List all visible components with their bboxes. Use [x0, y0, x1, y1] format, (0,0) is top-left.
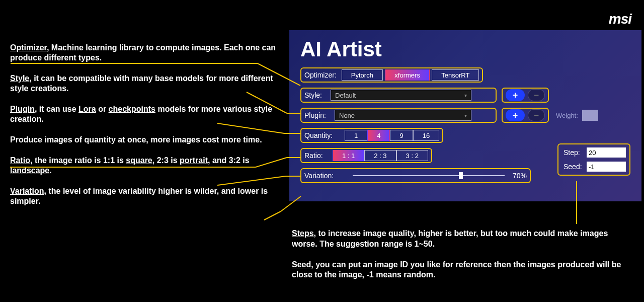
expl-variation: Variation, the level of image variabilit… [10, 186, 282, 206]
expl-ratio: Ratio, the image ratio is 1:1 is square,… [10, 156, 282, 176]
ratio-opt-1-1[interactable]: 1 : 1 [333, 150, 364, 161]
quantity-group: Quantity: 1 4 9 16 [300, 128, 443, 143]
step-seed-group: Step: Seed: [557, 143, 630, 176]
expl-style: Style, it can be compatible with many ba… [10, 73, 282, 94]
step-input[interactable] [587, 147, 626, 158]
seed-input[interactable] [587, 162, 626, 172]
brand-logo: msi [609, 11, 631, 27]
variation-slider[interactable] [353, 175, 505, 176]
style-select[interactable]: Default▾ [331, 90, 471, 101]
expl-quantity: Produce images of quantity at once, more… [10, 135, 282, 145]
explanations-bottom: Steps, to increase image quality, higher… [292, 229, 630, 290]
quantity-opt-1[interactable]: 1 [345, 130, 367, 141]
expl-seed: Seed, you can put an image ID you like f… [292, 260, 630, 281]
quantity-opt-4[interactable]: 4 [367, 130, 390, 141]
variation-group: Variation: 70% [300, 168, 531, 183]
ratio-label: Ratio: [304, 152, 328, 160]
optimizer-opt-pytorch[interactable]: Pytorch [342, 69, 383, 81]
ratio-group: Ratio: 1 : 1 2 : 3 3 : 2 [300, 148, 432, 163]
variation-label: Variation: [304, 172, 340, 180]
ratio-opt-3-2[interactable]: 3 : 2 [396, 150, 428, 161]
ratio-opt-2-3[interactable]: 2 : 3 [364, 150, 396, 161]
expl-optimizer: Optimizer, Machine learning library to c… [10, 43, 282, 63]
optimizer-label: Optimizer: [304, 71, 337, 79]
explanations-left: Optimizer, Machine learning library to c… [10, 43, 282, 217]
seed-label: Seed: [564, 163, 584, 171]
quantity-label: Quantity: [304, 131, 340, 139]
optimizer-opt-xformers[interactable]: xformers [385, 69, 430, 81]
expl-steps: Steps, to increase image quality, higher… [292, 229, 630, 250]
style-label: Style: [304, 91, 326, 99]
optimizer-opt-tensorrt[interactable]: TensorRT [432, 69, 479, 81]
expl-plugin: Plugin, it can use Lora or checkpoints m… [10, 104, 282, 124]
plugin-select[interactable]: None▾ [335, 110, 471, 121]
plugin-label: Plugin: [304, 111, 330, 119]
ai-artist-panel: AI Artist Optimizer: Pytorch xformers Te… [289, 30, 641, 201]
plugin-group: Plugin: None▾ [300, 108, 497, 123]
quantity-opt-9[interactable]: 9 [390, 130, 413, 141]
variation-value: 70% [513, 172, 527, 180]
weight-input[interactable] [582, 110, 598, 121]
plugin-add-group: + − [502, 108, 549, 123]
quantity-opt-16[interactable]: 16 [413, 130, 439, 141]
style-add-group: + − [502, 88, 549, 103]
plugin-add-button[interactable]: + [506, 109, 525, 121]
variation-thumb[interactable] [459, 172, 463, 179]
style-group: Style: Default▾ [300, 88, 497, 103]
plugin-remove-button[interactable]: − [528, 109, 545, 121]
weight-label: Weight: [556, 112, 578, 119]
panel-title: AI Artist [300, 37, 630, 61]
optimizer-group: Optimizer: Pytorch xformers TensorRT [300, 67, 483, 83]
style-remove-button[interactable]: − [528, 89, 545, 101]
style-add-button[interactable]: + [506, 89, 525, 101]
step-label: Step: [564, 148, 584, 157]
